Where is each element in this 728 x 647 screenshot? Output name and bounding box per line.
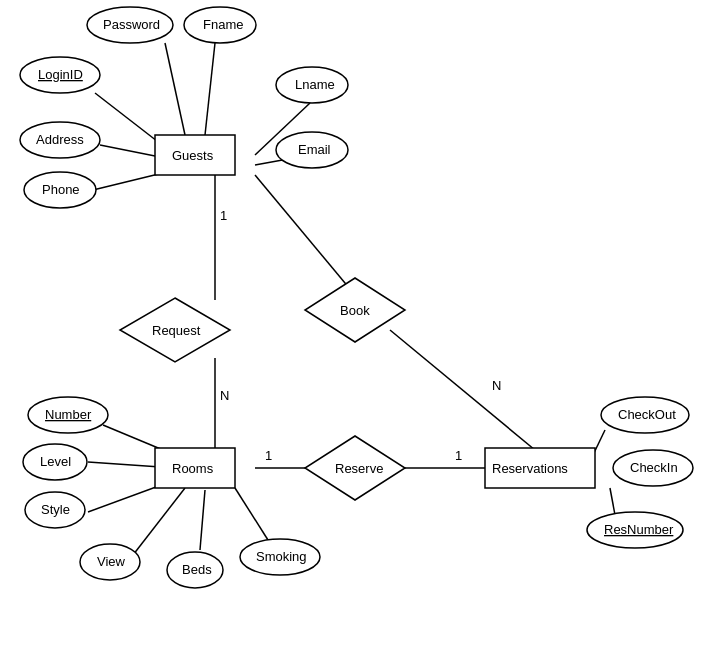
svg-line-1 — [165, 43, 185, 135]
guests-label: Guests — [172, 148, 214, 163]
svg-line-9 — [390, 330, 535, 450]
card-rooms-reserve: 1 — [265, 448, 272, 463]
diagram-canvas: 1 N N 1 1 — [0, 0, 728, 647]
card-request-rooms: N — [220, 388, 229, 403]
svg-line-18 — [235, 488, 268, 540]
svg-line-17 — [200, 490, 205, 550]
phone-label: Phone — [42, 182, 80, 197]
reservations-label: Reservations — [492, 461, 568, 476]
level-label: Level — [40, 454, 71, 469]
checkout-label: CheckOut — [618, 407, 676, 422]
loginid-label: LoginID — [38, 67, 83, 82]
card-reserve-reservations: 1 — [455, 448, 462, 463]
svg-line-8 — [255, 175, 355, 295]
svg-line-16 — [133, 488, 185, 555]
password-label: Password — [103, 17, 160, 32]
book-label: Book — [340, 303, 370, 318]
request-label: Request — [152, 323, 201, 338]
lname-label: Lname — [295, 77, 335, 92]
email-label: Email — [298, 142, 331, 157]
style-label: Style — [41, 502, 70, 517]
resnumber-label: ResNumber — [604, 522, 674, 537]
number-label: Number — [45, 407, 92, 422]
checkin-label: CheckIn — [630, 460, 678, 475]
svg-line-2 — [205, 43, 215, 135]
address-label: Address — [36, 132, 84, 147]
beds-label: Beds — [182, 562, 212, 577]
card-guests-request: 1 — [220, 208, 227, 223]
card-book-reservations: N — [492, 378, 501, 393]
fname-label: Fname — [203, 17, 243, 32]
reserve-label: Reserve — [335, 461, 383, 476]
smoking-label: Smoking — [256, 549, 307, 564]
er-diagram: 1 N N 1 1 — [0, 0, 728, 647]
rooms-label: Rooms — [172, 461, 214, 476]
view-label: View — [97, 554, 126, 569]
svg-line-21 — [610, 488, 615, 515]
